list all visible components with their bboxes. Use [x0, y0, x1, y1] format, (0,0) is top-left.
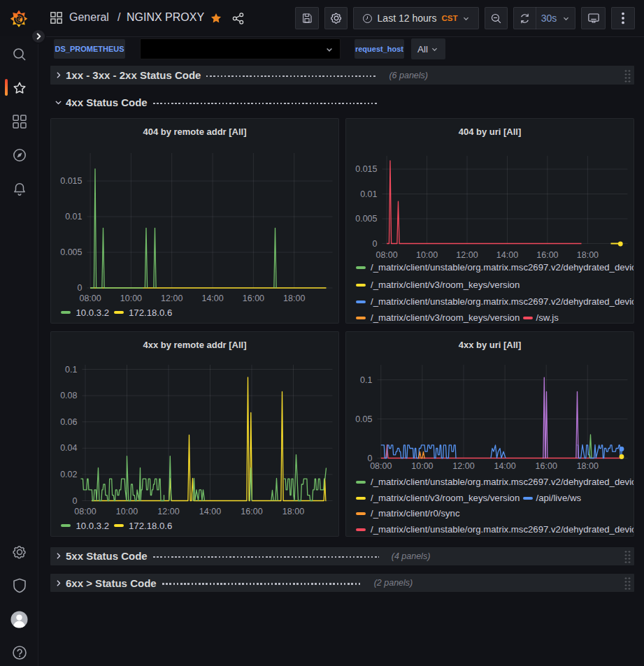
- svg-text:0.005: 0.005: [355, 214, 377, 224]
- svg-text:0.015: 0.015: [355, 164, 377, 174]
- svg-text:0: 0: [73, 496, 78, 506]
- svg-text:08:00: 08:00: [375, 250, 397, 260]
- svg-text:18:00: 18:00: [577, 461, 599, 471]
- svg-text:12:00: 12:00: [452, 461, 474, 471]
- svg-text:08:00: 08:00: [79, 294, 101, 303]
- svg-text:0.01: 0.01: [65, 212, 82, 222]
- svg-text:18:00: 18:00: [282, 507, 304, 516]
- svg-text:0.1: 0.1: [65, 365, 77, 375]
- svg-text:0.04: 0.04: [60, 443, 77, 453]
- svg-text:0.05: 0.05: [355, 414, 372, 424]
- svg-text:0.015: 0.015: [60, 176, 82, 186]
- svg-text:0.02: 0.02: [60, 470, 77, 479]
- svg-text:18:00: 18:00: [283, 294, 305, 303]
- svg-text:14:00: 14:00: [496, 250, 518, 260]
- svg-text:0.005: 0.005: [60, 247, 82, 257]
- svg-text:10:00: 10:00: [416, 250, 438, 260]
- svg-text:12:00: 12:00: [157, 507, 179, 516]
- svg-text:0.08: 0.08: [60, 391, 77, 400]
- svg-text:10:00: 10:00: [116, 507, 138, 516]
- svg-text:16:00: 16:00: [536, 250, 558, 260]
- svg-text:16:00: 16:00: [243, 294, 264, 303]
- svg-text:12:00: 12:00: [161, 294, 183, 303]
- svg-text:08:00: 08:00: [74, 507, 96, 516]
- svg-text:0.1: 0.1: [360, 375, 372, 385]
- svg-text:0: 0: [78, 283, 83, 293]
- svg-text:0: 0: [373, 239, 378, 249]
- svg-text:18:00: 18:00: [577, 250, 599, 260]
- svg-text:10:00: 10:00: [120, 294, 142, 303]
- svg-text:08:00: 08:00: [370, 461, 392, 471]
- svg-text:14:00: 14:00: [494, 461, 515, 471]
- svg-text:0.06: 0.06: [60, 417, 77, 427]
- svg-text:12:00: 12:00: [456, 250, 478, 260]
- svg-text:16:00: 16:00: [241, 507, 262, 516]
- svg-text:14:00: 14:00: [199, 507, 221, 516]
- svg-text:16:00: 16:00: [536, 461, 557, 471]
- svg-text:0.01: 0.01: [360, 189, 377, 199]
- svg-text:14:00: 14:00: [201, 294, 223, 303]
- svg-text:10:00: 10:00: [411, 461, 433, 471]
